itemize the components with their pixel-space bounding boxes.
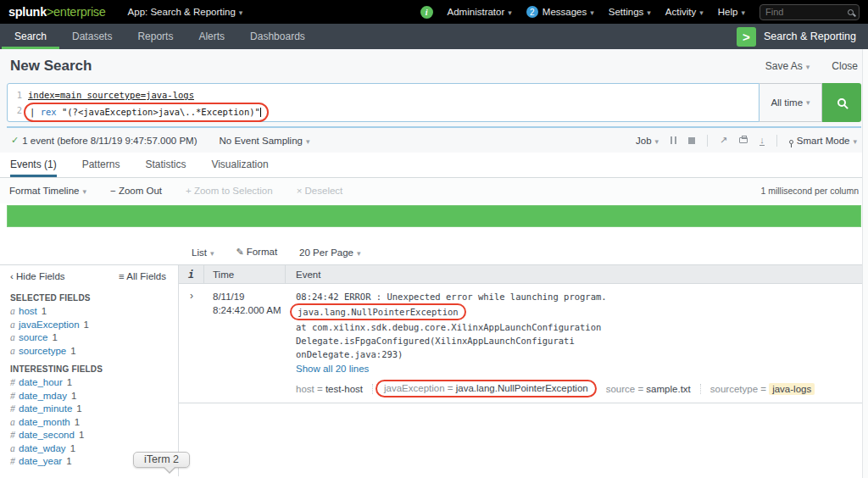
field-link[interactable]: javaException <box>19 320 80 330</box>
chevron-down-icon: ▾ <box>853 137 857 146</box>
field-link[interactable]: sourcetype <box>19 346 66 356</box>
stop-icon[interactable] <box>688 137 695 144</box>
search-icon <box>837 98 846 107</box>
logo-enterprise-text: >enterprise <box>47 5 106 19</box>
per-page-menu[interactable]: 20 Per Page▾ <box>299 247 360 258</box>
field-date_minute[interactable]: #date_minute1 <box>10 403 178 416</box>
tab-visualization[interactable]: Visualization <box>211 153 268 177</box>
tab-patterns[interactable]: Patterns <box>82 153 120 177</box>
user-menu[interactable]: Administrator▾ <box>448 7 512 17</box>
messages-menu[interactable]: 2Messages▾ <box>526 6 594 18</box>
query-line-1[interactable]: index=main sourcetype=java-logs <box>28 87 269 103</box>
format-timeline-label: Format Timeline <box>9 186 79 196</box>
print-icon[interactable] <box>739 137 748 143</box>
field-date_mday[interactable]: #date_mday1 <box>10 390 178 403</box>
splunk-logo[interactable]: splunk>enterprise <box>8 5 106 19</box>
field-value[interactable]: sample.txt <box>646 384 690 394</box>
query-line-2[interactable]: | rex "(?<javaException>java\..*Exceptio… <box>28 103 269 122</box>
list-view-menu[interactable]: List▾ <box>192 247 214 258</box>
divider <box>707 135 708 147</box>
time-range-picker[interactable]: All time▾ <box>760 83 822 122</box>
nav-tab-alerts[interactable]: Alerts <box>186 24 237 49</box>
field-name: host <box>296 384 314 394</box>
scrollbar-track[interactable] <box>862 49 868 478</box>
field-link[interactable]: date_minute <box>19 403 72 414</box>
activity-menu[interactable]: Activity▾ <box>665 7 704 17</box>
find-input[interactable] <box>765 7 848 17</box>
format-timeline-menu[interactable]: Format Timeline▾ <box>9 186 86 196</box>
activity-label: Activity <box>665 7 696 17</box>
field-host[interactable]: ahost1 <box>10 305 178 319</box>
field-date_second[interactable]: #date_second1 <box>10 429 178 442</box>
format-menu[interactable]: ✎Format <box>236 247 277 258</box>
interesting-fields-title: INTERESTING FIELDS <box>10 364 178 374</box>
zoom-out-button[interactable]: − Zoom Out <box>110 186 162 196</box>
tab-events[interactable]: Events (1) <box>10 153 57 177</box>
show-all-lines-link[interactable]: Show all 20 lines <box>296 361 868 376</box>
field-date_month[interactable]: adate_month1 <box>10 416 178 430</box>
field-source[interactable]: asource1 <box>10 331 178 345</box>
iterm-tooltip-label: iTerm 2 <box>144 453 179 465</box>
search-query-input[interactable]: 1 2 index=main sourcetype=java-logs | re… <box>7 83 760 122</box>
field-date_hour[interactable]: #date_hour1 <box>10 376 178 390</box>
help-menu[interactable]: Help▾ <box>718 7 745 17</box>
line-number-1: 1 <box>8 87 22 103</box>
query-text[interactable]: index=main sourcetype=java-logs | rex "(… <box>28 87 269 118</box>
pencil-icon: ✎ <box>236 247 243 257</box>
field-link[interactable]: date_hour <box>19 377 63 387</box>
app-identity[interactable]: > Search & Reporting <box>737 24 866 49</box>
job-menu[interactable]: Job▾ <box>636 136 659 146</box>
field-link[interactable]: date_second <box>19 430 75 440</box>
field-link[interactable]: date_year <box>19 456 62 466</box>
field-link[interactable]: date_wday <box>19 443 66 453</box>
event-line: Delegate.isFpgaConfigured(XilinxAppLaunc… <box>296 334 868 347</box>
field-value[interactable]: test-host <box>326 384 363 394</box>
save-as-button[interactable]: Save As▾ <box>765 60 810 72</box>
nav-tab-search[interactable]: Search <box>2 24 59 49</box>
field-link[interactable]: host <box>19 306 37 316</box>
event-raw-text: 08:24:42 ERROR : Unexpected error while … <box>296 290 868 361</box>
find-search-box[interactable] <box>760 4 860 20</box>
selected-fields-title: SELECTED FIELDS <box>10 293 178 303</box>
share-icon[interactable]: ↗ <box>720 135 727 146</box>
all-fields-button[interactable]: ≡ All Fields <box>119 271 166 281</box>
tab-statistics[interactable]: Statistics <box>145 153 186 177</box>
search-mode-menu[interactable]: Smart Mode▾ <box>789 136 857 146</box>
events-table-header: i Time Event <box>179 265 868 284</box>
field-link[interactable]: date_month <box>19 417 70 427</box>
field-sourcetype[interactable]: asourcetype1 <box>10 345 178 358</box>
field-count: 1 <box>42 306 47 316</box>
app-menu[interactable]: App: Search & Reporting▾ <box>128 7 243 17</box>
export-icon[interactable]: ↓ <box>760 136 765 146</box>
chevron-down-icon: ▾ <box>806 98 810 107</box>
field-count: 1 <box>70 346 75 356</box>
hide-fields-button[interactable]: ‹ Hide Fields <box>10 271 65 281</box>
info-icon[interactable]: i <box>420 6 433 19</box>
chevron-down-icon: ▾ <box>699 8 704 17</box>
field-link[interactable]: date_mday <box>19 391 67 401</box>
nav-tab-reports[interactable]: Reports <box>125 24 186 49</box>
event-sampling-menu[interactable]: No Event Sampling▾ <box>220 136 310 146</box>
field-count: 1 <box>71 391 76 401</box>
expand-event-icon[interactable]: › <box>179 290 204 395</box>
chevron-down-icon: ▾ <box>357 249 361 258</box>
field-count: 1 <box>53 332 58 342</box>
field-value[interactable]: java-logs <box>769 383 815 395</box>
close-button[interactable]: Close <box>832 60 858 72</box>
run-search-button[interactable] <box>822 83 861 122</box>
field-javaException[interactable]: ajavaException1 <box>10 319 178 332</box>
title-row: New Search Save As▾ Close <box>7 49 861 83</box>
text-cursor <box>260 108 261 117</box>
settings-menu[interactable]: Settings▾ <box>609 7 651 17</box>
annotation-circle-query: | rex "(?<javaException>java\..*Exceptio… <box>24 103 269 122</box>
equals-sign: = <box>760 384 766 394</box>
field-value[interactable]: java.lang.NullPointerException <box>456 383 588 393</box>
field-type-icon: a <box>10 319 19 332</box>
field-link[interactable]: source <box>19 332 48 342</box>
event-field-host: host = test-host <box>296 384 373 394</box>
nav-tab-dashboards[interactable]: Dashboards <box>237 24 318 49</box>
nav-tab-datasets[interactable]: Datasets <box>59 24 125 49</box>
search-icon[interactable] <box>848 9 854 15</box>
pause-icon[interactable] <box>670 136 676 144</box>
timeline-histogram-bar[interactable] <box>7 205 861 227</box>
